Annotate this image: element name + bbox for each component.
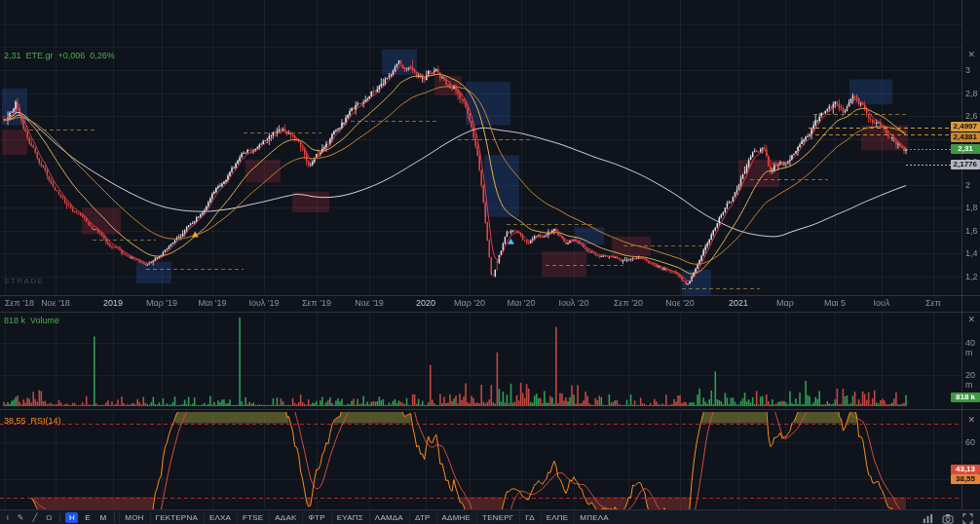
time-axis-label: Μαι '20 [508, 298, 536, 308]
slow-ma-value-badge: 2,1776 [951, 160, 980, 169]
toolbar-expand-icon[interactable] [959, 511, 977, 524]
ticker-tab-ΜΠΕΛΑ[interactable]: ΜΠΕΛΑ [574, 511, 613, 524]
ticker-tab-ΕΛΧΑ[interactable]: ΕΛΧΑ [204, 511, 236, 524]
time-axis-label: Νοε '19 [355, 298, 384, 308]
time-axis-label: Σεπ '19 [302, 298, 331, 308]
toolbar-separator [114, 513, 115, 522]
price-change-pct: 0,26% [90, 51, 115, 60]
last-price: 2,31 [4, 51, 21, 60]
last-price-badge: 2,31 [951, 144, 980, 154]
ticker-tab-FTSE[interactable]: FTSE [237, 511, 268, 524]
rsi-value: 38,55 [4, 416, 26, 426]
watermark: STRADE [4, 277, 44, 285]
time-axis-label: Ιουλ [874, 298, 890, 308]
toolbar-camera-icon[interactable] [938, 511, 958, 524]
ma-upper-value-badge: 2,4997 [951, 122, 980, 131]
price-change: +0,006 [58, 51, 86, 60]
toolbar-draw-pencil-icon[interactable]: ✎ [14, 511, 28, 524]
bottom-toolbar: i✎╱ΩΗΕΜΜΟΗΓΕΚΤΕΡΝΑΕΛΧΑFTSEΑΔΑΚΦΤΡΕΥΑΠΣΛΑ… [0, 509, 980, 524]
volume-value: 818 k [4, 316, 25, 325]
symbol-legend: 2,31 ETE.gr +0,006 0,26% [4, 51, 115, 60]
ticker-tab-ΜΟΗ[interactable]: ΜΟΗ [119, 511, 148, 524]
rsi-legend: 38,55 RSI(14) [4, 416, 61, 426]
rsi-title: RSI(14) [31, 416, 61, 426]
volume-pane-close-icon[interactable]: ✕ [967, 316, 975, 324]
ma-lower-value-badge: 2,4381 [951, 132, 980, 142]
time-axis-label: 2020 [416, 298, 435, 308]
time-axis-label: Μαι 5 [824, 298, 846, 308]
rsi-ma-value-badge: 43,13 [951, 465, 980, 474]
time-axis-label: Μαρ '20 [454, 298, 485, 308]
trading-chart-window: 2,31 ETE.gr +0,006 0,26% ✕ STRADE Σεπ '1… [0, 0, 980, 524]
volume-title: Volume [30, 316, 59, 325]
time-axis-label: Μαρ '19 [146, 298, 177, 308]
interval-button-Μ[interactable]: Μ [96, 512, 109, 523]
ticker-tab-ΔΤΡ[interactable]: ΔΤΡ [409, 511, 435, 524]
toolbar-omega-icon[interactable]: Ω [42, 511, 56, 524]
ticker-tab-ΕΛΠΕ[interactable]: ΕΛΠΕ [541, 511, 574, 524]
interval-button-Η[interactable]: Η [65, 512, 78, 523]
toolbar-trendline-icon[interactable]: ╱ [28, 511, 41, 524]
time-axis-label: Σεπ '20 [614, 298, 643, 308]
rsi-pane-close-icon[interactable]: ✕ [967, 416, 975, 425]
ticker-tab-ΑΔΜΗΕ[interactable]: ΑΔΜΗΕ [436, 511, 475, 524]
ticker-tab-ΑΔΑΚ[interactable]: ΑΔΑΚ [269, 511, 301, 524]
time-axis-label: Νοε '20 [665, 298, 695, 308]
rsi-value-badge: 38,55 [951, 474, 980, 484]
time-axis-label: Μαι '19 [199, 298, 227, 308]
time-axis-label: 2021 [729, 298, 748, 308]
volume-legend: 818 k Volume [4, 316, 59, 325]
ticker-tab-ΓΕΚΤΕΡΝΑ[interactable]: ΓΕΚΤΕΡΝΑ [150, 511, 203, 524]
time-axis-label: Μαρ [776, 298, 794, 308]
toolbar-chart-columns-icon[interactable] [919, 511, 937, 524]
main-pane-close-icon[interactable]: ✕ [967, 51, 975, 59]
ticker-tab-ΤΕΝΕΡΓ[interactable]: ΤΕΝΕΡΓ [476, 511, 518, 524]
ticker-tab-ΦΤΡ[interactable]: ΦΤΡ [302, 511, 329, 524]
volume-value-badge: 818 k [951, 393, 980, 402]
ticker-tab-ΛΑΜΔΑ[interactable]: ΛΑΜΔΑ [369, 511, 408, 524]
price-chart-canvas[interactable] [0, 0, 980, 524]
time-axis-label: Νοε '18 [41, 298, 70, 308]
toolbar-info-icon[interactable]: i [3, 511, 13, 524]
time-axis-label: 2019 [103, 298, 123, 308]
time-axis-label: Ιουλ '20 [558, 298, 588, 308]
time-axis-label: Ιουλ '19 [248, 298, 279, 308]
time-axis-label: Σεπ [925, 298, 941, 308]
time-axis-label: Σεπ '18 [5, 298, 34, 308]
time-axis[interactable]: Σεπ '18Νοε '182019Μαρ '19Μαι '19Ιουλ '19… [0, 298, 962, 312]
ticker-tab-ΓΔ[interactable]: ΓΔ [519, 511, 539, 524]
symbol-name[interactable]: ETE.gr [26, 51, 54, 60]
toolbar-separator [59, 513, 60, 522]
ticker-tab-ΕΥΑΠΣ[interactable]: ΕΥΑΠΣ [331, 511, 368, 524]
interval-button-Ε[interactable]: Ε [81, 512, 94, 523]
